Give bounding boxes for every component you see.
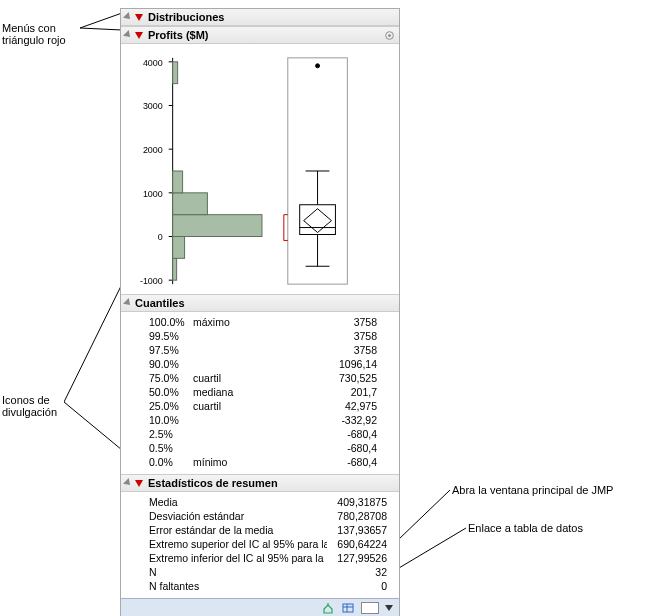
table-row: 50.0%mediana201,7 xyxy=(149,385,391,399)
svg-text:-1000: -1000 xyxy=(140,276,163,286)
svg-text:4000: 4000 xyxy=(143,58,163,68)
disclosure-icon[interactable] xyxy=(123,12,133,22)
svg-rect-25 xyxy=(173,171,183,193)
selection-box[interactable] xyxy=(361,602,379,614)
table-row: N32 xyxy=(149,565,391,579)
svg-rect-23 xyxy=(173,215,262,237)
summary-table: Media409,31875 Desviación estándar780,28… xyxy=(121,492,399,598)
report-panel: Distribuciones Profits ($M) 4000 3000 20… xyxy=(120,8,400,616)
header-label: Cuantiles xyxy=(135,297,185,309)
disclosure-icon[interactable] xyxy=(123,30,133,40)
header-label: Distribuciones xyxy=(148,11,224,23)
svg-text:0: 0 xyxy=(158,232,163,242)
annotation-disclosure: Iconos de divulgación xyxy=(2,394,57,418)
table-row: Desviación estándar780,28708 xyxy=(149,509,391,523)
svg-line-0 xyxy=(80,13,122,28)
table-row: 100.0%máximo3758 xyxy=(149,315,391,329)
red-triangle-icon[interactable] xyxy=(135,480,143,487)
annotation-menus-red: Menús con triángulo rojo xyxy=(2,22,66,46)
home-icon[interactable] xyxy=(321,601,335,615)
svg-rect-21 xyxy=(173,258,177,280)
table-row: 10.0%-332,92 xyxy=(149,413,391,427)
dropdown-icon[interactable] xyxy=(385,605,393,611)
disclosure-icon[interactable] xyxy=(123,478,133,488)
data-table-link-icon[interactable] xyxy=(341,601,355,615)
disclosure-icon[interactable] xyxy=(123,298,133,308)
distribution-chart: 4000 3000 2000 1000 0 -1000 xyxy=(129,50,391,290)
header-profits[interactable]: Profits ($M) xyxy=(121,26,399,44)
table-row: 25.0%cuartil42,975 xyxy=(149,399,391,413)
boxplot xyxy=(300,64,336,266)
table-row: Error estándar de la media137,93657 xyxy=(149,523,391,537)
svg-line-3 xyxy=(64,402,122,450)
svg-rect-22 xyxy=(173,236,185,258)
table-row: Extremo superior del IC al 95% para la m… xyxy=(149,537,391,551)
svg-text:1000: 1000 xyxy=(143,189,163,199)
quantiles-table: 100.0%máximo3758 99.5%3758 97.5%3758 90.… xyxy=(121,312,399,474)
table-row: 0.5%-680,4 xyxy=(149,441,391,455)
svg-rect-24 xyxy=(173,193,208,215)
svg-rect-26 xyxy=(173,62,178,84)
status-bar xyxy=(121,598,399,616)
svg-point-34 xyxy=(316,64,320,68)
red-triangle-icon[interactable] xyxy=(135,32,143,39)
header-label: Profits ($M) xyxy=(148,29,209,41)
header-distribuciones[interactable]: Distribuciones xyxy=(121,9,399,26)
svg-line-2 xyxy=(64,284,122,402)
chart-area: 4000 3000 2000 1000 0 -1000 xyxy=(121,44,399,294)
table-row: N faltantes0 xyxy=(149,579,391,593)
header-cuantiles[interactable]: Cuantiles xyxy=(121,294,399,312)
svg-point-7 xyxy=(388,34,391,37)
gear-icon[interactable] xyxy=(383,29,395,41)
table-row: Extremo inferior del IC al 95% para la m… xyxy=(149,551,391,565)
header-estadisticos[interactable]: Estadísticos de resumen xyxy=(121,474,399,492)
table-row: 2.5%-680,4 xyxy=(149,427,391,441)
table-row: 97.5%3758 xyxy=(149,343,391,357)
svg-line-1 xyxy=(80,28,122,30)
svg-text:2000: 2000 xyxy=(143,145,163,155)
annotation-data-link: Enlace a tabla de datos xyxy=(468,522,583,534)
table-row: Media409,31875 xyxy=(149,495,391,509)
table-row: 0.0%mínimo-680,4 xyxy=(149,455,391,469)
table-row: 99.5%3758 xyxy=(149,329,391,343)
annotation-open-main: Abra la ventana principal de JMP xyxy=(452,484,613,496)
table-row: 75.0%cuartil730,525 xyxy=(149,371,391,385)
histogram-bars xyxy=(173,62,262,280)
table-row: 90.0%1096,14 xyxy=(149,357,391,371)
header-label: Estadísticos de resumen xyxy=(148,477,278,489)
svg-rect-38 xyxy=(343,604,353,612)
svg-text:3000: 3000 xyxy=(143,101,163,111)
red-triangle-icon[interactable] xyxy=(135,14,143,21)
